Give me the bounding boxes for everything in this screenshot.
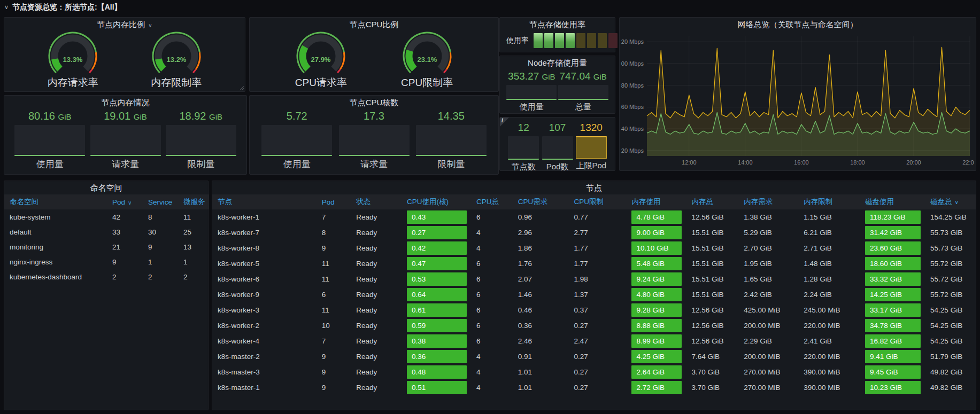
nodes-table: 节点Pod状态CPU使用(核)CPU总CPU需求CPU限制内存使用内存总内存需求… — [212, 194, 976, 395]
panel-title[interactable]: 节点CPU核数 — [250, 96, 498, 109]
value-bar: 14.25 GiB — [865, 288, 921, 301]
stat-value: 5.72 — [287, 110, 307, 122]
panel-title[interactable]: 节点内存情况 — [4, 96, 246, 109]
value-bar: 0.51 — [407, 381, 467, 394]
table-row: k8s-master-19Ready0.5141.010.272.72 GiB3… — [212, 380, 976, 395]
table-row: k8s-master-39Ready0.4841.010.272.64 GiB3… — [212, 364, 976, 380]
column-header[interactable]: 内存限制 — [798, 194, 860, 209]
sparkline — [14, 125, 85, 156]
stat-value: 17.3 — [364, 110, 384, 122]
value-bar: 4.80 GiB — [631, 288, 682, 301]
stat-pod-limit: 1320 上限Pod — [576, 122, 607, 171]
panel-title[interactable]: 网络总览（关联节点与命名空间） — [620, 18, 976, 31]
panel-title[interactable]: 命名空间 — [4, 181, 208, 194]
panel-node-storage: Node存储使用量 353.27 GiB 使用量 747.04 GiB 总量 — [499, 56, 615, 114]
svg-text:20:00: 20:00 — [906, 159, 921, 166]
column-header[interactable]: Service — [143, 194, 178, 209]
stat-label: 限制量 — [187, 158, 214, 170]
table-row: k8s-worker-78Ready0.2742.962.779.00 GiB1… — [212, 225, 976, 240]
value-bar: 0.53 — [407, 272, 467, 286]
stat-value: 107 — [549, 122, 566, 134]
chevron-down-icon: ∨ — [4, 4, 9, 11]
sparkline — [261, 125, 332, 156]
column-header[interactable]: CPU使用(核) — [402, 194, 471, 209]
value-bar: 2.64 GiB — [631, 365, 682, 379]
namespaces-table: 命名空间Pod∨Service微服务 kube-system42811defau… — [4, 194, 209, 284]
led-cell — [587, 33, 596, 48]
panel-title[interactable]: 节点存储使用率 — [500, 18, 615, 31]
gauge-label: CPU请求率 — [295, 76, 347, 90]
table-row: default333025 — [4, 224, 209, 239]
gauge-memory-request-rate: 13.3%内存请求率 — [38, 31, 107, 90]
svg-text:20 Mbps: 20 Mbps — [621, 147, 644, 154]
stat-label: 使用量 — [36, 158, 64, 170]
table-row: k8s-worker-89Ready0.4241.861.7710.10 GiB… — [212, 240, 976, 256]
column-header[interactable]: 磁盘使用 — [860, 194, 925, 209]
panel-title[interactable]: Node存储使用量 — [500, 56, 615, 69]
table-row: kube-system42811 — [4, 209, 209, 224]
led-cell — [576, 33, 585, 48]
table-row: k8s-worker-47Ready0.3862.462.478.99 GiB1… — [212, 333, 976, 349]
sparkline — [576, 136, 607, 159]
svg-text:40 Mbps: 40 Mbps — [621, 126, 644, 132]
column-header[interactable]: 磁盘总∨ — [925, 194, 976, 209]
column-header[interactable]: 节点 — [212, 194, 317, 209]
value-bar: 2.72 GiB — [631, 381, 682, 394]
value-bar: 4.78 GiB — [631, 210, 682, 224]
column-header[interactable]: 内存使用 — [626, 194, 686, 209]
stat-memory-used: 80.16 GiB 使用量 — [14, 110, 85, 170]
value-bar: 0.59 — [407, 319, 467, 332]
svg-text:13.3%: 13.3% — [63, 56, 83, 64]
column-header[interactable]: 内存需求 — [738, 194, 798, 209]
svg-text:27.9%: 27.9% — [311, 56, 331, 64]
panel-cluster-counts: i 12 节点数 107 Pod数 1320 上限Pod — [499, 117, 615, 171]
stat-label: 上限Pod — [576, 161, 606, 171]
stat-label: 使用量 — [283, 158, 311, 170]
panel-title[interactable]: 节点内存比例∨ — [4, 18, 245, 31]
panel-title[interactable]: 节点CPU比例 — [250, 18, 498, 31]
stat-value: 14.35 — [438, 110, 465, 122]
value-bar: 0.48 — [407, 365, 467, 379]
column-header[interactable]: 状态 — [351, 194, 402, 209]
gauge-label: 内存限制率 — [151, 76, 202, 90]
table-row: kubernetes-dashboard222 — [4, 269, 209, 284]
panel-nodes: 节点 节点Pod状态CPU使用(核)CPU总CPU需求CPU限制内存使用内存总内… — [212, 181, 976, 410]
value-bar: 118.23 GiB — [865, 210, 921, 224]
value-bar: 0.42 — [407, 241, 467, 255]
value-bar: 4.25 GiB — [631, 350, 682, 363]
column-header[interactable]: 微服务 — [178, 194, 209, 209]
table-row: monitoring21913 — [4, 239, 209, 254]
dashboard-row-header[interactable]: ∨ 节点资源总览：所选节点:【All】 — [4, 0, 122, 14]
column-header[interactable]: CPU限制 — [569, 194, 627, 209]
stat-storage-total: 747.04 GiB 总量 — [558, 71, 608, 112]
column-header[interactable]: 命名空间 — [4, 194, 107, 209]
gauge-cpu-limit-rate: 23.1%CPU限制率 — [392, 31, 462, 90]
chevron-down-icon: ∨ — [148, 22, 152, 28]
column-header[interactable]: Pod — [317, 194, 351, 209]
svg-text:18:00: 18:00 — [850, 159, 865, 166]
panel-memory-stats: 节点内存情况 80.16 GiB 使用量 19.01 GiB 请求量 18.92… — [4, 95, 247, 175]
stat-value: 353.27 GiB — [508, 71, 555, 82]
panel-resize-handle[interactable] — [240, 86, 244, 90]
panel-memory-ratio: 节点内存比例∨ 13.3%内存请求率 13.2%内存限制率 — [4, 17, 245, 92]
svg-text:14:00: 14:00 — [738, 159, 753, 166]
stat-cpu-limited: 14.35 限制量 — [416, 110, 487, 170]
stat-cpu-requested: 17.3 请求量 — [339, 110, 410, 170]
column-header[interactable]: CPU总 — [471, 194, 513, 209]
panel-info-icon[interactable]: i — [500, 118, 509, 127]
stat-label: Pod数 — [546, 162, 569, 172]
column-header[interactable]: Pod∨ — [107, 194, 143, 209]
stat-label: 限制量 — [437, 158, 465, 170]
sparkline — [508, 136, 539, 160]
value-bar: 10.10 GiB — [631, 241, 682, 255]
bar-gauge-label: 使用率 — [506, 36, 529, 45]
panel-title[interactable]: 节点 — [212, 181, 976, 194]
led-cell — [555, 33, 564, 48]
svg-text:23.1%: 23.1% — [417, 56, 437, 64]
value-bar: 0.27 — [407, 226, 467, 239]
network-time-series-chart[interactable]: 20 Mbps40 Mbps60 Mbps80 Mbps100 Mbps120 … — [621, 32, 974, 171]
column-header[interactable]: 内存总 — [686, 194, 738, 209]
column-header[interactable]: CPU需求 — [513, 194, 569, 209]
grafana-dashboard: ∨ 节点资源总览：所选节点:【All】 节点内存比例∨ 13.3%内存请求率 1… — [0, 0, 980, 414]
led-cell — [608, 33, 618, 48]
